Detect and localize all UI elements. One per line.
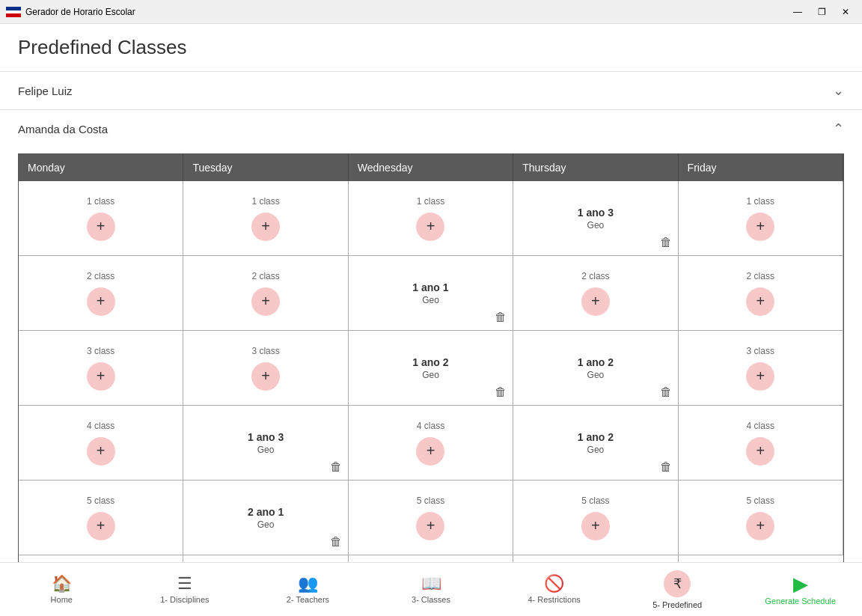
teacher-name-felipe: Felipe Luiz (18, 85, 73, 97)
cell-label: 2 class (251, 271, 279, 281)
app-flag-icon (6, 7, 21, 17)
assigned-subject: Geo (587, 370, 605, 380)
cell-r4-fri: 4 class + (679, 406, 843, 481)
cell-r1-tue: 1 class + (183, 181, 348, 256)
cell-r6-tue: 6 class + (183, 555, 348, 562)
cell-r3-mon: 3 class + (19, 331, 183, 406)
cell-r1-wed: 1 class + (349, 181, 513, 256)
add-button[interactable]: + (581, 287, 610, 316)
cell-label: 5 class (747, 495, 774, 506)
day-header-thursday: Thursday (513, 154, 678, 181)
cell-label: 1 class (87, 196, 114, 207)
accordion-felipe: Felipe Luiz ⌄ (0, 72, 862, 110)
restrictions-icon: 🚫 (544, 576, 564, 592)
add-button[interactable]: + (746, 437, 774, 466)
accordion-header-felipe[interactable]: Felipe Luiz ⌄ (0, 72, 862, 109)
cell-r6-thu: 6 class + (513, 555, 678, 562)
day-header-monday: Monday (19, 154, 183, 181)
page-title: Predefined Classes (18, 36, 844, 59)
add-button[interactable]: + (87, 362, 115, 391)
add-button[interactable]: + (416, 213, 444, 241)
cell-r6-wed: 6 class + (349, 555, 513, 562)
schedule-grid: Monday Tuesday Wednesday Thursday Friday… (18, 153, 844, 562)
cell-r6-fri (679, 555, 843, 562)
minimize-button[interactable]: — (787, 4, 808, 19)
cell-label: 1 class (747, 196, 774, 207)
add-button[interactable]: + (746, 287, 774, 316)
cell-label: 1 class (251, 196, 279, 207)
cell-r5-tue: 2 ano 1 Geo 🗑 (183, 481, 348, 555)
add-button[interactable]: + (416, 437, 444, 466)
add-button[interactable]: + (581, 512, 610, 540)
content-area: Felipe Luiz ⌄ Amanda da Costa ⌃ Monday T… (0, 72, 862, 562)
assigned-subject: Geo (257, 519, 275, 530)
nav-classes-label: 3- Classes (412, 595, 450, 604)
add-button[interactable]: + (251, 362, 280, 391)
cell-r2-fri: 2 class + (679, 256, 843, 331)
cell-r5-thu: 5 class + (513, 481, 678, 555)
classes-icon: 📖 (421, 576, 441, 592)
delete-button[interactable]: 🗑 (330, 460, 342, 474)
add-button[interactable]: + (87, 287, 115, 316)
cell-label: 2 class (87, 271, 114, 281)
cell-r1-fri: 1 class + (679, 181, 843, 256)
cell-r1-thu: 1 ano 3 Geo 🗑 (513, 181, 678, 256)
delete-button[interactable]: 🗑 (495, 311, 507, 324)
assigned-class-name: 1 ano 2 (578, 431, 614, 443)
delete-button[interactable]: 🗑 (330, 535, 342, 549)
nav-predefined[interactable]: ₹ 5- Predefined (616, 563, 739, 616)
cell-r5-fri: 5 class + (679, 481, 843, 555)
add-button[interactable]: + (746, 362, 774, 391)
cell-label: 4 class (747, 421, 774, 431)
day-header-friday: Friday (679, 154, 843, 181)
cell-r2-mon: 2 class + (19, 256, 183, 331)
page-header: Predefined Classes (0, 24, 862, 72)
nav-disciplines[interactable]: ☰ 1- Disciplines (123, 563, 247, 616)
close-button[interactable]: ✕ (835, 4, 856, 19)
chevron-down-icon: ⌄ (833, 82, 844, 99)
delete-button[interactable]: 🗑 (660, 385, 672, 399)
day-header-wednesday: Wednesday (349, 154, 513, 181)
chevron-up-icon: ⌃ (833, 121, 844, 137)
cell-label: 3 class (87, 346, 114, 356)
add-button[interactable]: + (87, 213, 115, 241)
day-header-tuesday: Tuesday (183, 154, 348, 181)
add-button[interactable]: + (251, 213, 280, 241)
cell-label: 2 class (581, 271, 609, 281)
nav-teachers[interactable]: 👥 2- Teachers (246, 563, 370, 616)
cell-r4-mon: 4 class + (19, 406, 183, 481)
add-button[interactable]: + (251, 287, 280, 316)
nav-home[interactable]: 🏠 Home (0, 563, 123, 616)
cell-r3-wed: 1 ano 2 Geo 🗑 (349, 331, 513, 406)
teachers-icon: 👥 (298, 576, 318, 592)
add-button[interactable]: + (746, 512, 774, 540)
delete-button[interactable]: 🗑 (660, 236, 672, 249)
accordion-header-amanda[interactable]: Amanda da Costa ⌃ (0, 110, 862, 147)
assigned-subject: Geo (587, 445, 605, 455)
maximize-button[interactable]: ❐ (811, 4, 832, 19)
add-button[interactable]: + (87, 437, 115, 466)
nav-home-label: Home (51, 595, 73, 604)
nav-generate[interactable]: ▶ Generate Schedule (739, 563, 862, 616)
cell-label: 5 class (87, 495, 114, 506)
nav-classes[interactable]: 📖 3- Classes (370, 563, 493, 616)
cell-r2-thu: 2 class + (513, 256, 678, 331)
assigned-class-name: 1 ano 3 (578, 207, 614, 219)
add-button[interactable]: + (746, 213, 774, 241)
add-button[interactable]: + (416, 512, 444, 540)
cell-r2-tue: 2 class + (183, 256, 348, 331)
nav-restrictions[interactable]: 🚫 4- Restrictions (492, 563, 616, 616)
cell-label: 1 class (417, 196, 444, 207)
assigned-class-name: 1 ano 3 (248, 431, 284, 443)
delete-button[interactable]: 🗑 (495, 385, 507, 399)
cell-r1-mon: 1 class + (19, 181, 183, 256)
accordion-amanda: Amanda da Costa ⌃ Monday Tuesday Wednesd… (0, 110, 862, 562)
assigned-subject: Geo (422, 295, 439, 305)
add-button[interactable]: + (87, 512, 115, 540)
disciplines-icon: ☰ (177, 576, 192, 592)
cell-r3-thu: 1 ano 2 Geo 🗑 (513, 331, 678, 406)
cell-r4-wed: 4 class + (349, 406, 513, 481)
generate-icon: ▶ (793, 574, 808, 594)
delete-button[interactable]: 🗑 (660, 460, 672, 474)
predefined-icon: ₹ (664, 570, 691, 597)
